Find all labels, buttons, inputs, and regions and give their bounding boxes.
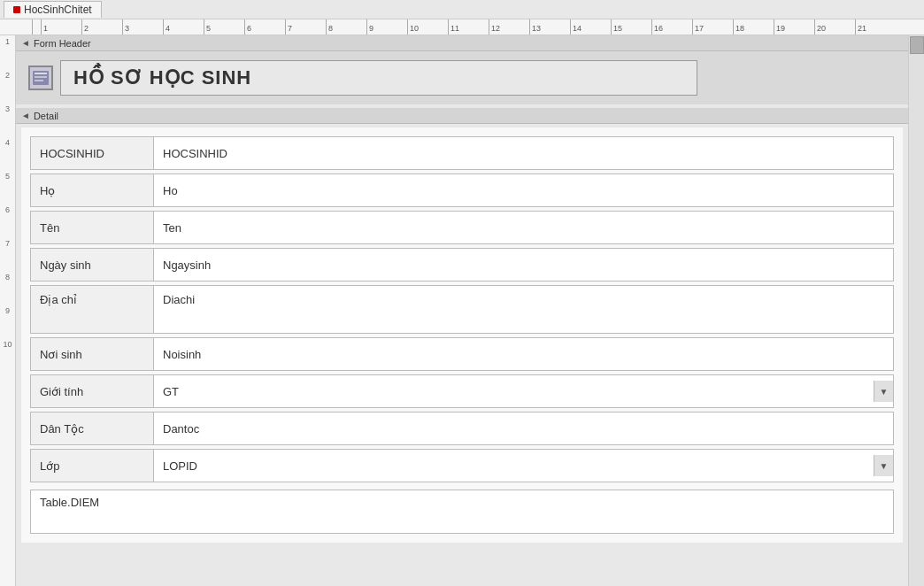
- ruler-seg: 18: [733, 19, 774, 35]
- tab-label: HocSinhChitet: [24, 4, 92, 16]
- section-arrow: ◄: [21, 38, 30, 48]
- ruler-seg: [32, 19, 41, 35]
- field-lop[interactable]: LOPID ▼: [154, 449, 894, 482]
- ruler-seg: 12: [489, 19, 529, 35]
- svg-rect-3: [35, 80, 43, 81]
- label-hocsinhid: HOCSINHID: [30, 136, 154, 170]
- row-ho: Họ Ho: [30, 173, 894, 207]
- field-ngaysinh[interactable]: Ngaysinh: [154, 248, 894, 281]
- ruler-seg: 2: [81, 19, 122, 35]
- ruler-seg: 20: [814, 19, 855, 35]
- label-ten: Tên: [30, 211, 154, 244]
- detail-content: HOCSINHID HOCSINHID Họ Ho Tên: [21, 127, 903, 543]
- label-ngaysinh: Ngày sinh: [30, 248, 154, 281]
- ruler-seg: 7: [285, 19, 326, 35]
- row-ten: Tên Ten: [30, 211, 894, 244]
- table-diem: Table.DIEM: [30, 490, 894, 534]
- row-dantoc: Dân Tộc Dantoc: [30, 412, 894, 445]
- ruler-seg: 1: [41, 19, 81, 35]
- right-scrollbar[interactable]: [908, 35, 924, 586]
- row-noisinh: Nơi sinh Noisinh: [30, 337, 894, 371]
- ruler: 1 2 3 4 5 6 7 8 9 10 11 12 13 14 15 16 1…: [0, 19, 924, 35]
- form-header-label: Form Header: [34, 38, 91, 49]
- ruler-seg: 21: [855, 19, 896, 35]
- field-hocsinhid[interactable]: HOCSINHID: [154, 136, 894, 170]
- ruler-seg: 3: [122, 19, 163, 35]
- form-icon-svg: [33, 71, 49, 85]
- form-title: HỒ SƠ HỌC SINH: [60, 60, 697, 96]
- field-ho[interactable]: Ho: [154, 173, 894, 207]
- content-area: ◄ Form Header HỒ SƠ HỌC SINH ◄ Detail: [16, 35, 908, 586]
- row-gioitinh: Giới tính GT ▼: [30, 374, 894, 408]
- svg-rect-1: [35, 73, 47, 74]
- label-diachi: Địa chỉ: [30, 285, 154, 334]
- field-dantoc[interactable]: Dantoc: [154, 412, 894, 445]
- field-noisinh[interactable]: Noisinh: [154, 337, 894, 371]
- field-diachi[interactable]: Diachi: [154, 285, 894, 334]
- ruler-seg: 9: [366, 19, 407, 35]
- ruler-numbers: 1 2 3 4 5 6 7 8 9 10 11 12 13 14 15 16 1…: [32, 19, 896, 35]
- detail-section-label: ◄ Detail: [16, 108, 908, 124]
- title-bar: HocSinhChitet: [0, 0, 924, 19]
- row-hocsinhid: HOCSINHID HOCSINHID: [30, 136, 894, 170]
- ruler-seg: 5: [204, 19, 244, 35]
- ruler-seg: 8: [326, 19, 366, 35]
- detail-label: Detail: [34, 111, 58, 121]
- main-container: 1 2 3 4 5 6 7 8 9 10 ◄ Form Header: [0, 35, 924, 586]
- field-ten[interactable]: Ten: [154, 211, 894, 244]
- field-gioitinh[interactable]: GT ▼: [154, 374, 894, 408]
- label-ho: Họ: [30, 173, 154, 207]
- svg-rect-2: [35, 76, 47, 78]
- form-header-content: HỒ SƠ HỌC SINH: [16, 51, 908, 104]
- ruler-seg: 11: [448, 19, 489, 35]
- scroll-thumb[interactable]: [910, 36, 924, 54]
- row-lop: Lớp LOPID ▼: [30, 449, 894, 482]
- ruler-seg: 15: [611, 19, 651, 35]
- ruler-seg: 10: [407, 19, 448, 35]
- label-lop: Lớp: [30, 449, 154, 482]
- ruler-seg: 4: [163, 19, 204, 35]
- title-tab[interactable]: HocSinhChitet: [4, 1, 102, 18]
- ruler-seg: 16: [651, 19, 692, 35]
- label-gioitinh: Giới tính: [30, 374, 154, 408]
- ruler-seg: 14: [570, 19, 611, 35]
- select-arrow-gioitinh[interactable]: ▼: [874, 381, 893, 402]
- form-icon: [28, 66, 53, 90]
- label-noisinh: Nơi sinh: [30, 337, 154, 371]
- form-header-section-label: ◄ Form Header: [16, 35, 908, 51]
- left-ruler: 1 2 3 4 5 6 7 8 9 10: [0, 35, 16, 586]
- row-diachi: Địa chỉ Diachi: [30, 285, 894, 334]
- row-ngaysinh: Ngày sinh Ngaysinh: [30, 248, 894, 281]
- tab-dot: [13, 6, 20, 13]
- ruler-seg: 13: [529, 19, 570, 35]
- label-dantoc: Dân Tộc: [30, 412, 154, 445]
- ruler-seg: 6: [244, 19, 285, 35]
- select-arrow-lop[interactable]: ▼: [874, 455, 893, 476]
- ruler-seg: 17: [692, 19, 733, 35]
- detail-arrow: ◄: [21, 111, 30, 120]
- ruler-seg: 19: [774, 19, 814, 35]
